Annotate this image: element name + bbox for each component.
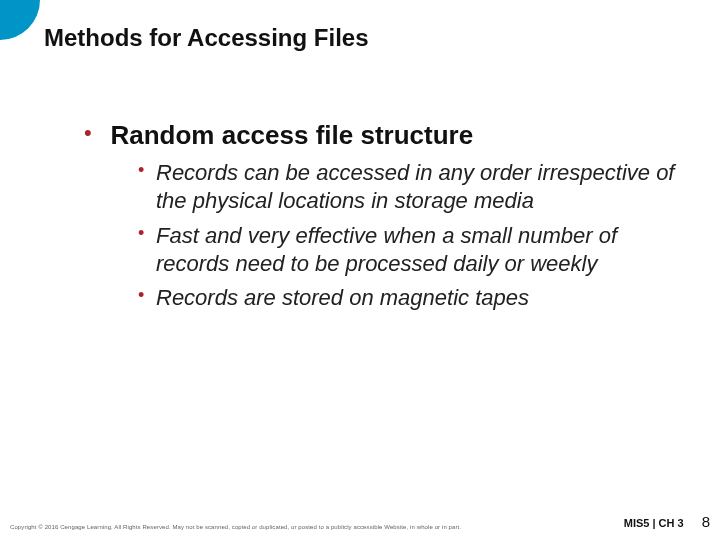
slide-footer: Copyright © 2016 Cengage Learning. All R… bbox=[10, 513, 710, 530]
bullet-dot: • bbox=[138, 284, 156, 312]
bullet-text: Random access file structure bbox=[110, 120, 473, 151]
footer-right: MIS5 | CH 3 8 bbox=[624, 513, 710, 530]
bullet-text: Fast and very effective when a small num… bbox=[156, 222, 680, 278]
bullet-dot: • bbox=[84, 120, 106, 146]
bullet-text: Records can be accessed in any order irr… bbox=[156, 159, 680, 215]
bullet-text: Records are stored on magnetic tapes bbox=[156, 284, 529, 312]
copyright-text: Copyright © 2016 Cengage Learning. All R… bbox=[10, 524, 461, 530]
bullet-level2: • Records are stored on magnetic tapes bbox=[138, 284, 680, 312]
slide-title: Methods for Accessing Files bbox=[44, 24, 369, 52]
bullet-level2: • Fast and very effective when a small n… bbox=[138, 222, 680, 278]
bullet-dot: • bbox=[138, 222, 156, 278]
header-accent-shape bbox=[0, 0, 40, 40]
bullet-level1: • Random access file structure bbox=[84, 120, 680, 151]
page-number: 8 bbox=[702, 513, 710, 530]
slide-content: • Random access file structure • Records… bbox=[60, 120, 680, 312]
bullet-dot: • bbox=[138, 159, 156, 215]
bullet-level2: • Records can be accessed in any order i… bbox=[138, 159, 680, 215]
chapter-label: MIS5 | CH 3 bbox=[624, 517, 684, 529]
